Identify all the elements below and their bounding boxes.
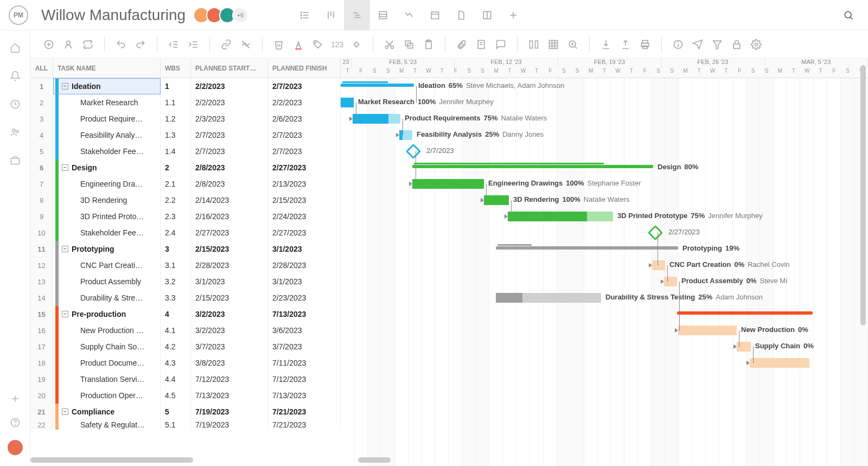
planned-start-cell[interactable]: 2/3/2023 — [191, 111, 268, 127]
task-name-cell[interactable]: 3D Printed Proto… — [53, 208, 161, 225]
task-bar[interactable] — [664, 277, 677, 286]
planned-finish-cell[interactable]: 7/12/2023 — [268, 371, 341, 387]
wbs-cell[interactable]: 1.3 — [161, 127, 191, 143]
tag-icon[interactable] — [309, 36, 327, 53]
summary-bar[interactable] — [677, 311, 813, 315]
task-bar[interactable] — [496, 293, 601, 303]
app-logo[interactable]: PM — [9, 5, 28, 25]
wbs-cell[interactable]: 4.3 — [161, 355, 191, 371]
wbs-cell[interactable]: 3.2 — [161, 273, 191, 290]
row-number[interactable]: 14 — [30, 290, 53, 306]
task-row[interactable]: 11−Prototyping32/15/20233/1/2023 — [30, 241, 341, 257]
milestone-icon[interactable] — [348, 36, 365, 53]
planned-finish-cell[interactable]: 7/13/2023 — [268, 306, 341, 322]
planned-finish-cell[interactable]: 7/11/2023 — [268, 355, 341, 371]
gantt-body[interactable]: Ideation65%Steve Michaels, Adam JohnsonM… — [341, 78, 868, 466]
link-icon[interactable] — [218, 36, 235, 53]
wbs-cell[interactable]: 1 — [161, 78, 191, 94]
view-split-icon[interactable] — [474, 0, 500, 30]
row-number[interactable]: 21 — [30, 404, 53, 420]
gear-icon[interactable] — [748, 36, 765, 53]
help-icon[interactable] — [9, 416, 22, 429]
task-name-cell[interactable]: Market Research — [53, 94, 161, 111]
comment-icon[interactable] — [492, 36, 509, 53]
summary-bar[interactable] — [341, 84, 414, 87]
collapse-icon[interactable]: − — [62, 83, 68, 90]
row-number[interactable]: 5 — [30, 143, 53, 159]
task-name-cell[interactable]: Product Docume… — [53, 355, 161, 371]
planned-finish-cell[interactable]: 3/1/2023 — [268, 241, 341, 257]
export-icon[interactable] — [617, 36, 634, 53]
task-row[interactable]: 93D Printed Proto…2.32/16/20232/24/2023 — [30, 208, 341, 225]
task-row[interactable]: 20Production Oper…4.57/13/20237/13/2023 — [30, 387, 341, 404]
row-number[interactable]: 13 — [30, 273, 53, 290]
task-row[interactable]: 18Product Docume…4.33/8/20237/11/2023 — [30, 355, 341, 371]
zoom-icon[interactable] — [564, 36, 582, 53]
task-bar[interactable] — [399, 130, 412, 140]
planned-finish-cell[interactable]: 2/2/2023 — [268, 94, 341, 111]
planned-finish-cell[interactable]: 3/7/2023 — [268, 339, 341, 355]
planned-finish-cell[interactable]: 7/21/2023 — [268, 420, 341, 430]
gantt-row[interactable]: Prototyping19% — [341, 241, 868, 257]
planned-start-cell[interactable]: 3/8/2023 — [191, 355, 268, 371]
task-name-cell[interactable]: Feasibility Analy… — [53, 127, 161, 143]
planned-finish-cell[interactable]: 2/27/2023 — [268, 159, 341, 176]
task-row[interactable]: 10Stakeholder Fee…2.42/27/20232/27/2023 — [30, 225, 341, 241]
grid-body[interactable]: 1−Ideation12/2/20232/7/20232Market Resea… — [30, 78, 341, 466]
task-name-cell[interactable]: Product Assembly — [53, 273, 161, 290]
gantt-row[interactable]: New Production0% — [341, 322, 868, 339]
row-number[interactable]: 19 — [30, 371, 53, 387]
planned-start-cell[interactable]: 2/16/2023 — [191, 208, 268, 225]
planned-start-cell[interactable]: 7/13/2023 — [191, 387, 268, 404]
unlink-icon[interactable] — [237, 36, 254, 53]
planned-start-cell[interactable]: 2/15/2023 — [191, 290, 268, 306]
wbs-cell[interactable]: 1.1 — [161, 94, 191, 111]
print-icon[interactable] — [636, 36, 654, 53]
recent-icon[interactable] — [9, 98, 22, 111]
col-planned-finish[interactable]: PLANNED FINISH — [268, 59, 341, 78]
home-icon[interactable] — [9, 41, 22, 54]
task-row[interactable]: 7Engineering Dra…2.12/8/20232/13/2023 — [30, 176, 341, 192]
task-row[interactable]: 19Translation Servi…4.47/12/20237/12/202… — [30, 371, 341, 387]
planned-start-cell[interactable]: 3/2/2023 — [191, 306, 268, 322]
row-number[interactable]: 18 — [30, 355, 53, 371]
task-row[interactable]: 4Feasibility Analy…1.32/7/20232/7/2023 — [30, 127, 341, 143]
task-row[interactable]: 16New Production …4.13/2/20233/6/2023 — [30, 322, 341, 339]
lock-icon[interactable] — [728, 36, 745, 53]
gantt-row[interactable] — [341, 306, 868, 322]
planned-start-cell[interactable]: 7/19/2023 — [191, 404, 268, 420]
planned-finish-cell[interactable]: 2/23/2023 — [268, 290, 341, 306]
gantt-row[interactable] — [341, 355, 868, 371]
task-name-cell[interactable]: New Production … — [53, 322, 161, 339]
planned-start-cell[interactable]: 3/1/2023 — [191, 273, 268, 290]
info-icon[interactable] — [669, 36, 687, 53]
gantt-row[interactable] — [341, 420, 868, 436]
redo-icon[interactable] — [132, 36, 149, 53]
gantt-row[interactable]: Design80% — [341, 159, 868, 176]
wbs-cell[interactable]: 4.5 — [161, 387, 191, 404]
search-icon[interactable] — [838, 4, 859, 26]
outdent-icon[interactable] — [165, 36, 182, 53]
wbs-cell[interactable]: 1.4 — [161, 143, 191, 159]
planned-start-cell[interactable]: 2/2/2023 — [191, 78, 268, 94]
gantt-row[interactable]: Product Requirements75%Natalie Waters — [341, 111, 868, 127]
vscroll[interactable] — [860, 65, 866, 401]
row-number[interactable]: 17 — [30, 339, 53, 355]
columns-icon[interactable] — [525, 36, 542, 53]
task-bar[interactable] — [678, 325, 737, 335]
col-planned-start[interactable]: PLANNED START… — [191, 59, 268, 78]
planned-start-cell[interactable]: 2/7/2023 — [191, 143, 268, 159]
task-name-cell[interactable]: Production Oper… — [53, 387, 161, 404]
wbs-cell[interactable]: 5 — [161, 404, 191, 420]
planned-finish-cell[interactable]: 2/15/2023 — [268, 192, 341, 208]
send-icon[interactable] — [689, 36, 706, 53]
row-number[interactable]: 9 — [30, 208, 53, 225]
col-all[interactable]: ALL — [30, 59, 53, 78]
task-bar[interactable] — [484, 195, 509, 205]
row-number[interactable]: 1 — [30, 78, 53, 94]
planned-finish-cell[interactable]: 2/7/2023 — [268, 78, 341, 94]
avatar-more[interactable]: +6 — [232, 7, 248, 23]
task-bar[interactable] — [353, 114, 400, 124]
planned-finish-cell[interactable]: 2/6/2023 — [268, 111, 341, 127]
import-icon[interactable] — [597, 36, 615, 53]
